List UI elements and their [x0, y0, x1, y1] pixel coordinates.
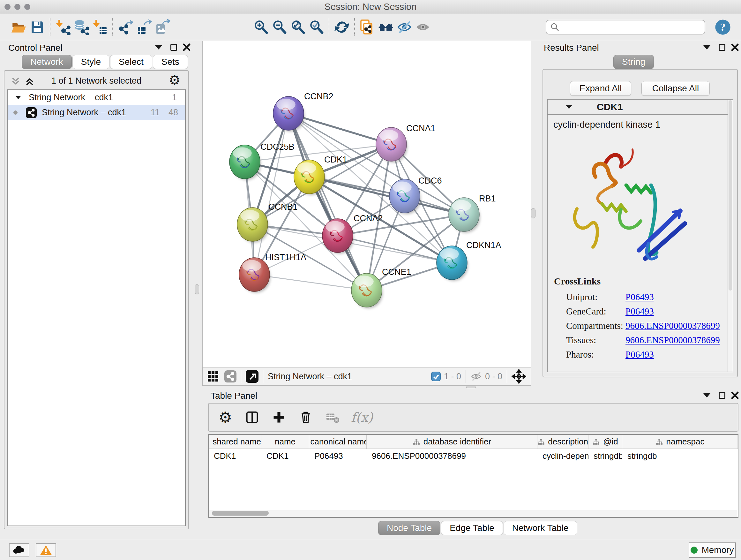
cloud-button[interactable] [9, 543, 29, 557]
first-neighbors-button[interactable] [377, 17, 395, 37]
network-node-RB1[interactable] [449, 198, 480, 233]
save-session-button[interactable] [28, 17, 46, 37]
table-cell[interactable]: stringdb [622, 449, 738, 463]
network-node-CCNB1[interactable] [237, 207, 268, 243]
network-node-HIST1H1A[interactable] [239, 258, 270, 293]
function-builder-button[interactable]: f(x) [351, 409, 373, 426]
show-columns-button[interactable] [244, 409, 260, 426]
table-cell[interactable]: CDK1 [261, 449, 309, 463]
import-table-button[interactable] [91, 17, 109, 37]
column-header-name[interactable]: name [261, 435, 309, 449]
table-panel-close-icon[interactable] [731, 391, 739, 399]
search-input[interactable] [560, 22, 701, 32]
memory-button[interactable]: Memory [689, 543, 736, 558]
show-all-button[interactable] [414, 17, 432, 37]
gene-collapse-icon[interactable] [566, 105, 572, 109]
left-splitter-handle[interactable] [195, 284, 199, 294]
results-panel-float-icon[interactable] [719, 44, 725, 51]
column-header-namespac[interactable]: namespac [622, 435, 738, 449]
node-label-CCNA2: CCNA2 [354, 213, 383, 223]
control-panel-menu-icon[interactable] [155, 45, 162, 50]
refresh-button[interactable] [333, 17, 351, 37]
import-network-file-button[interactable] [54, 17, 72, 37]
help-button[interactable]: ? [714, 18, 731, 36]
pan-crosshair-icon[interactable] [512, 369, 526, 384]
column-network-icon [209, 438, 209, 445]
birdseye-view-icon[interactable] [246, 370, 259, 383]
zoom-selected-button[interactable] [307, 17, 325, 37]
tab-network[interactable]: Network [22, 55, 72, 69]
expand-all-button[interactable]: Expand All [570, 81, 631, 96]
table-panel-menu-icon[interactable] [703, 393, 711, 397]
network-options-gear-icon[interactable]: ⚙ [169, 73, 181, 87]
zoom-in-button[interactable] [252, 17, 270, 37]
results-scrollbar-track[interactable] [728, 100, 733, 372]
zoom-out-button[interactable] [270, 17, 288, 37]
column-header-canonical-name[interactable]: canonical name [309, 435, 367, 449]
network-row[interactable]: String Network – cdk1 11 48 [8, 105, 185, 120]
pharos-link[interactable]: P06493 [625, 349, 654, 360]
clear-table-button[interactable] [324, 409, 341, 426]
network-node-count: 11 [151, 108, 159, 118]
results-scrollbar-thumb[interactable] [729, 100, 732, 291]
results-panel-menu-icon[interactable] [703, 45, 711, 50]
warnings-button[interactable] [36, 543, 56, 557]
hide-selected-button[interactable] [395, 17, 413, 37]
tab-network-table[interactable]: Network Table [503, 521, 577, 535]
tab-node-table[interactable]: Node Table [378, 521, 441, 535]
table-row[interactable]: CDK1CDK1P064939606.ENSP00000378699cyclin… [209, 449, 738, 463]
results-panel-close-icon[interactable] [731, 43, 739, 51]
tab-style[interactable]: Style [72, 55, 110, 69]
uniprot-link[interactable]: P06493 [625, 292, 654, 302]
gene-header-row[interactable]: CDK1 [548, 100, 733, 115]
tissues-link[interactable]: 9606.ENSP00000378699 [625, 335, 720, 345]
table-hscrollbar-track[interactable] [209, 510, 737, 516]
import-network-database-button[interactable] [72, 17, 90, 37]
control-panel-close-icon[interactable] [183, 43, 191, 51]
export-network-button[interactable] [117, 17, 134, 37]
export-table-button[interactable] [135, 17, 153, 37]
right-splitter-handle[interactable] [531, 208, 536, 219]
table-cell[interactable]: stringdb:9... [589, 449, 622, 463]
control-panel-float-icon[interactable] [171, 44, 177, 51]
table-cell[interactable]: CDK1 [209, 449, 261, 463]
network-canvas[interactable]: CCNB2CCNA1CDC25BCDK1CDC6RB1CCNB1CCNA2CDK… [202, 41, 531, 367]
zoom-fit-button[interactable] [289, 17, 307, 37]
table-cell[interactable]: P06493 [309, 449, 367, 463]
tab-sets[interactable]: Sets [153, 55, 188, 69]
window-title: Session: New Session [0, 2, 741, 12]
column-header-database-identifier[interactable]: database identifier [367, 435, 537, 449]
column-header-description[interactable]: description [537, 435, 589, 449]
column-header-shared-name[interactable]: shared name [209, 435, 261, 449]
compartments-link[interactable]: 9606.ENSP00000378699 [625, 320, 720, 331]
network-node-CCNA1[interactable] [376, 127, 407, 163]
add-column-button[interactable] [271, 409, 287, 426]
network-collection-row[interactable]: String Network – cdk1 1 [8, 90, 185, 105]
collection-expand-icon[interactable] [15, 96, 21, 99]
table-cell[interactable]: 9606.ENSP00000378699 [367, 449, 537, 463]
network-node-CDC25B[interactable] [229, 145, 261, 180]
collapse-all-button[interactable]: Collapse All [642, 81, 710, 96]
table-options-gear-icon[interactable]: ⚙ [217, 409, 233, 426]
delete-column-button[interactable] [297, 409, 314, 426]
table-cell[interactable]: cyclin-dependent ... [537, 449, 589, 463]
network-node-CDKN1A[interactable] [436, 246, 468, 281]
tab-string[interactable]: String [613, 55, 654, 69]
tab-select[interactable]: Select [110, 55, 152, 69]
table-panel-float-icon[interactable] [719, 392, 725, 399]
open-session-button[interactable] [10, 17, 28, 37]
string-network-graph[interactable]: CCNB2CCNA1CDC25BCDK1CDC6RB1CCNB1CCNA2CDK… [203, 41, 531, 366]
grid-view-icon[interactable] [207, 370, 219, 382]
column-header-@id[interactable]: @id [589, 435, 622, 449]
hidden-eye-slash-icon[interactable] [470, 371, 482, 382]
clone-network-button[interactable] [358, 17, 376, 37]
network-node-CCNE1[interactable] [351, 273, 383, 308]
selected-checkbox-icon[interactable] [431, 372, 441, 381]
tab-edge-table[interactable]: Edge Table [441, 521, 503, 535]
genecard-link[interactable]: P06493 [625, 306, 654, 316]
network-node-CDC6[interactable] [389, 179, 421, 214]
network-view-icon[interactable] [224, 370, 237, 382]
export-image-button[interactable] [153, 17, 172, 37]
network-node-CDK1[interactable] [294, 160, 325, 195]
table-hscrollbar-thumb[interactable] [212, 511, 269, 516]
